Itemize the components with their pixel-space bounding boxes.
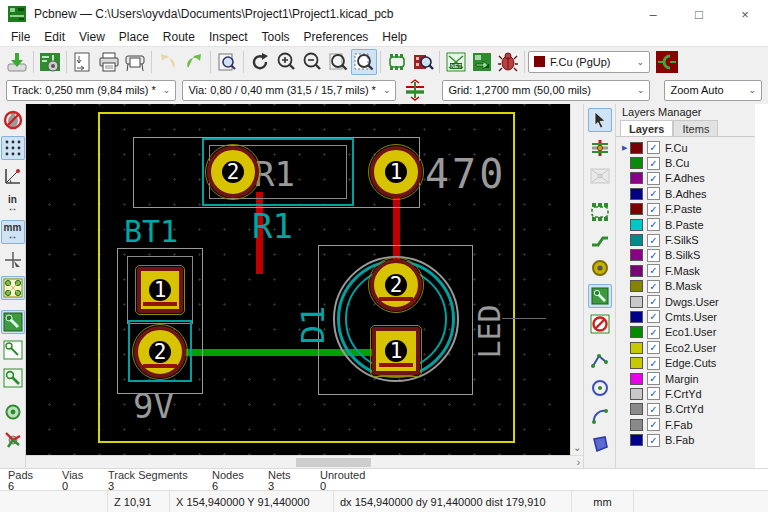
menu-view[interactable]: View (72, 30, 112, 44)
layer-row-bmask[interactable]: ✓B.Mask (616, 279, 755, 294)
layer-visibility-checkbox[interactable]: ✓ (647, 341, 660, 354)
layer-row-fcu[interactable]: ▶✓F.Cu (616, 140, 755, 155)
close-button[interactable]: × (722, 0, 768, 28)
d1-ref-silk[interactable]: D1 (294, 290, 332, 360)
menu-route[interactable]: Route (156, 30, 202, 44)
drc-icon[interactable] (495, 49, 521, 75)
route-tracks-icon[interactable] (588, 228, 612, 252)
grid-visibility-icon[interactable] (1, 136, 25, 160)
units-mm-icon[interactable]: mm↔ (1, 220, 25, 244)
page-settings-icon[interactable] (70, 49, 96, 75)
update-pcb-icon[interactable] (469, 49, 495, 75)
grid-select[interactable]: Grid: 1,2700 mm (50,00 mils) ⌄ (442, 80, 650, 101)
plot-icon[interactable] (122, 49, 148, 75)
local-ratsnest-icon[interactable] (588, 164, 612, 188)
maximize-button[interactable]: □ (676, 0, 722, 28)
menu-inspect[interactable]: Inspect (202, 30, 255, 44)
layer-visibility-checkbox[interactable]: ✓ (647, 280, 660, 293)
add-via-icon[interactable] (588, 256, 612, 280)
menu-tools[interactable]: Tools (255, 30, 297, 44)
menu-preferences[interactable]: Preferences (297, 30, 376, 44)
print-icon[interactable] (96, 49, 122, 75)
draw-polygon-icon[interactable] (588, 432, 612, 456)
bt1-value[interactable]: 9V (133, 386, 174, 426)
zoom-out-icon[interactable] (299, 49, 325, 75)
add-footprint-icon[interactable] (588, 200, 612, 224)
layer-row-margin[interactable]: ✓Margin (616, 371, 755, 386)
layer-row-bcu[interactable]: ✓B.Cu (616, 155, 755, 170)
scroll-down-icon[interactable]: ⌄ (573, 442, 581, 453)
layer-visibility-checkbox[interactable]: ✓ (647, 187, 660, 200)
pads-sketch-icon[interactable] (1, 276, 25, 300)
layer-visibility-checkbox[interactable]: ✓ (647, 264, 660, 277)
layer-row-eco2[interactable]: ✓Eco2.User (616, 340, 755, 355)
zoom-selection-icon[interactable] (351, 49, 377, 75)
layer-row-edgecuts[interactable]: ✓Edge.Cuts (616, 355, 755, 370)
drc-off-icon[interactable] (1, 108, 25, 132)
menu-help[interactable]: Help (375, 30, 414, 44)
d1-pad-2[interactable]: 2 (370, 259, 422, 311)
layer-visibility-checkbox[interactable]: ✓ (647, 387, 660, 400)
highlight-net-icon[interactable] (588, 136, 612, 160)
vias-sketch-icon[interactable] (1, 400, 25, 424)
layer-visibility-checkbox[interactable]: ✓ (647, 434, 660, 447)
layer-row-fsilks[interactable]: ✓F.SilkS (616, 232, 755, 247)
auto-track-width-icon[interactable] (402, 77, 428, 103)
layer-row-bpaste[interactable]: ✓B.Paste (616, 217, 755, 232)
pcb-canvas[interactable]: R1 2 1 470 R1 BT1 1 2 (26, 104, 583, 455)
r1-pad-2[interactable]: 2 (207, 146, 259, 198)
horizontal-scrollbar-thumb[interactable] (296, 458, 371, 467)
d1-value[interactable]: LED (472, 292, 507, 372)
redraw-icon[interactable] (247, 49, 273, 75)
track-width-select[interactable]: Track: 0,250 mm (9,84 mils) * ⌄ (6, 80, 176, 101)
layer-row-ffab[interactable]: ✓F.Fab (616, 417, 755, 432)
board-setup-icon[interactable] (37, 49, 63, 75)
menu-file[interactable]: File (4, 30, 37, 44)
menu-edit[interactable]: Edit (37, 30, 72, 44)
draw-circle-icon[interactable] (588, 376, 612, 400)
layer-visibility-checkbox[interactable]: ✓ (647, 418, 660, 431)
keepout-area-icon[interactable] (588, 312, 612, 336)
footprint-viewer-icon[interactable] (410, 49, 436, 75)
layer-row-fcrtyd[interactable]: ✓F.CrtYd (616, 386, 755, 401)
redo-icon[interactable] (181, 49, 207, 75)
layer-visibility-checkbox[interactable]: ✓ (647, 157, 660, 170)
add-zone-icon[interactable] (588, 284, 612, 308)
cursor-shape-icon[interactable] (1, 248, 25, 272)
layer-visibility-checkbox[interactable]: ✓ (647, 310, 660, 323)
zoom-in-icon[interactable] (273, 49, 299, 75)
layer-selector[interactable]: F.Cu (PgUp) ⌄ (528, 51, 650, 73)
layer-visibility-checkbox[interactable]: ✓ (647, 234, 660, 247)
layers-manager-toggle-icon[interactable] (654, 49, 680, 75)
show-ratsnest-icon[interactable]: NET (443, 49, 469, 75)
layer-visibility-checkbox[interactable]: ✓ (647, 357, 660, 370)
layer-visibility-checkbox[interactable]: ✓ (647, 141, 660, 154)
layer-row-bsilks[interactable]: ✓B.SilkS (616, 248, 755, 263)
scroll-right-icon[interactable]: › (577, 456, 580, 469)
bt1-pad-2[interactable]: 2 (134, 326, 186, 378)
bt1-pad-1[interactable]: 1 (137, 267, 183, 313)
save-icon[interactable] (4, 49, 30, 75)
draw-arc-icon[interactable] (588, 404, 612, 428)
tab-items[interactable]: Items (673, 120, 718, 136)
footprint-editor-icon[interactable] (384, 49, 410, 75)
layer-visibility-checkbox[interactable]: ✓ (647, 326, 660, 339)
tab-layers[interactable]: Layers (620, 120, 673, 136)
draw-line-icon[interactable] (588, 348, 612, 372)
via-size-select[interactable]: Via: 0,80 / 0,40 mm (31,5 / 15,7 mils) *… (182, 80, 396, 101)
find-icon[interactable] (214, 49, 240, 75)
layer-visibility-checkbox[interactable]: ✓ (647, 172, 660, 185)
layer-visibility-checkbox[interactable]: ✓ (647, 295, 660, 308)
r1-ref-silk[interactable]: R1 (252, 206, 293, 246)
layer-row-bfab[interactable]: ✓B.Fab (616, 432, 755, 447)
tracks-outline-icon[interactable] (1, 338, 25, 362)
select-tool-icon[interactable] (588, 108, 612, 132)
layer-row-fadhes[interactable]: ✓F.Adhes (616, 171, 755, 186)
layer-row-bcrtyd[interactable]: ✓B.CrtYd (616, 402, 755, 417)
polar-coords-icon[interactable] (1, 164, 25, 188)
layer-row-badhes[interactable]: ✓B.Adhes (616, 186, 755, 201)
layer-visibility-checkbox[interactable]: ✓ (647, 372, 660, 385)
minimize-button[interactable]: – (630, 0, 676, 28)
zoom-fit-icon[interactable] (325, 49, 351, 75)
r1-pad-1[interactable]: 1 (370, 146, 422, 198)
